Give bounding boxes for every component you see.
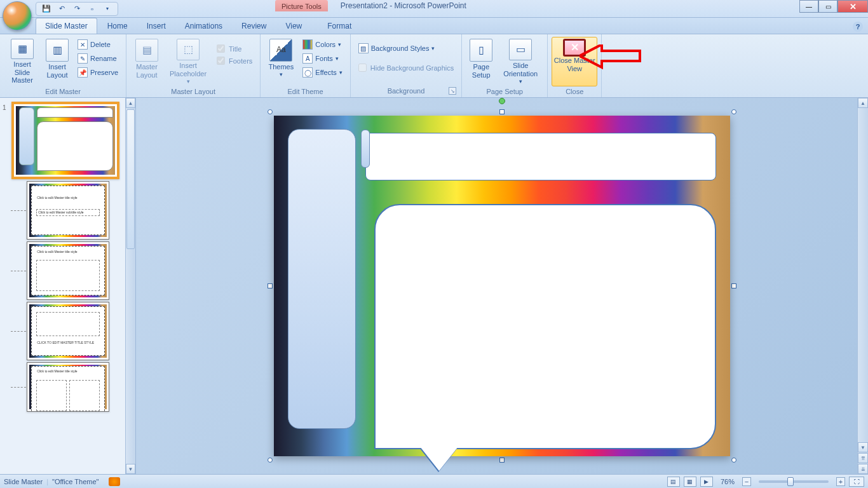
tab-animations[interactable]: Animations bbox=[176, 18, 231, 34]
qat-dropdown-icon[interactable]: ▾ bbox=[102, 4, 112, 14]
footers-checkbox[interactable]: Footers bbox=[214, 55, 255, 66]
canvas-scrollbar[interactable]: ▲ ▼ ⇈ ⇊ bbox=[857, 98, 868, 474]
insert-placeholder-button[interactable]: ⬚ Insert Placeholder bbox=[165, 37, 212, 86]
save-icon[interactable]: 💾 bbox=[41, 4, 51, 14]
preserve-button[interactable]: 📌Preserve bbox=[75, 66, 121, 79]
slide-orientation-button[interactable]: ▭ Slide Orientation bbox=[498, 37, 543, 86]
canvas-scroll-down-icon[interactable]: ▼ bbox=[858, 442, 868, 452]
insert-slide-master-button[interactable]: ▦ Insert Slide Master bbox=[4, 37, 41, 86]
resize-handle-sw[interactable] bbox=[268, 458, 273, 463]
tab-view[interactable]: View bbox=[276, 18, 311, 34]
layout-thumbnail-3[interactable]: CLICK TO EDIT MASTER TITLE STYLE bbox=[27, 302, 109, 360]
layout-thumbnail-4[interactable]: Click to edit Master title style bbox=[27, 362, 109, 412]
normal-view-button[interactable]: ▤ bbox=[667, 477, 680, 487]
tab-insert[interactable]: Insert bbox=[138, 18, 175, 34]
background-dialog-launcher[interactable]: ↘ bbox=[449, 87, 456, 95]
group-close: ✕ Close Master View Close bbox=[548, 34, 602, 97]
master-layout-button[interactable]: ▤ Master Layout bbox=[130, 37, 163, 86]
effects-button[interactable]: ◯Effects bbox=[300, 66, 344, 79]
close-master-view-label: Close Master View bbox=[553, 57, 596, 72]
rename-icon: ✎ bbox=[78, 53, 88, 64]
new-file-icon[interactable]: ▫ bbox=[87, 4, 97, 14]
slide-master-canvas bbox=[274, 116, 730, 456]
group-background-label: Background↘ bbox=[355, 86, 458, 96]
thumbnail-panel: 1 Click to edit Master title style Click… bbox=[0, 98, 136, 474]
help-icon[interactable]: ? bbox=[853, 22, 863, 32]
tab-format[interactable]: Format bbox=[318, 18, 360, 34]
status-language-icon[interactable] bbox=[109, 477, 120, 486]
prev-slide-icon[interactable]: ⇈ bbox=[858, 453, 868, 463]
insert-layout-button[interactable]: ▥ Insert Layout bbox=[42, 37, 72, 86]
redo-icon[interactable]: ↷ bbox=[72, 4, 82, 14]
group-background: ▨Background Styles Hide Background Graph… bbox=[351, 34, 462, 97]
slide-selection[interactable] bbox=[270, 112, 734, 460]
title-checkbox[interactable]: Title bbox=[214, 43, 255, 54]
canvas-scroll-up-icon[interactable]: ▲ bbox=[858, 98, 868, 108]
resize-handle-ne[interactable] bbox=[731, 109, 736, 114]
ribbon-tabs: Slide Master Home Insert Animations Revi… bbox=[0, 18, 868, 34]
next-slide-icon[interactable]: ⇊ bbox=[858, 464, 868, 474]
group-page-setup: ▯ Page Setup ▭ Slide Orientation Page Se… bbox=[462, 34, 548, 97]
resize-handle-e[interactable] bbox=[731, 283, 736, 288]
rotation-handle[interactable] bbox=[499, 98, 505, 104]
insert-slide-master-label: Insert Slide Master bbox=[5, 60, 39, 85]
tab-slide-master[interactable]: Slide Master bbox=[36, 18, 97, 34]
office-button[interactable] bbox=[3, 1, 32, 30]
scroll-up-icon[interactable]: ▲ bbox=[126, 98, 135, 108]
workspace: 1 Click to edit Master title style Click… bbox=[0, 98, 868, 474]
group-edit-master-label: Edit Master bbox=[4, 86, 122, 97]
slide-sidebar-shape[interactable] bbox=[288, 129, 356, 429]
page-setup-button[interactable]: ▯ Page Setup bbox=[466, 37, 496, 86]
title-center: Picture Tools Presentation2 - Microsoft … bbox=[275, 0, 466, 11]
close-window-button[interactable]: ✕ bbox=[837, 0, 868, 13]
undo-icon[interactable]: ↶ bbox=[57, 4, 67, 14]
slideshow-view-button[interactable]: ▶ bbox=[700, 477, 713, 487]
colors-button[interactable]: Colors bbox=[300, 38, 344, 51]
tab-home[interactable]: Home bbox=[98, 18, 137, 34]
fonts-icon: A bbox=[302, 53, 313, 64]
group-edit-theme: Aa Themes Colors AFonts ◯Effects Edit Th… bbox=[261, 34, 350, 97]
resize-handle-w[interactable] bbox=[268, 283, 273, 288]
effects-icon: ◯ bbox=[302, 67, 313, 78]
slide-master-icon: ▦ bbox=[11, 39, 34, 59]
sorter-view-button[interactable]: ▦ bbox=[684, 477, 696, 487]
thumbnail-scrollbar[interactable]: ▲ ▼ bbox=[125, 98, 135, 474]
delete-icon: ✕ bbox=[78, 39, 88, 50]
slide-master-thumbnail[interactable] bbox=[11, 102, 119, 179]
scrollbar-thumb[interactable] bbox=[126, 109, 135, 249]
slide-body-placeholder[interactable] bbox=[374, 204, 717, 449]
group-master-layout: ▤ Master Layout ⬚ Insert Placeholder Tit… bbox=[126, 34, 261, 97]
preserve-icon: 📌 bbox=[78, 67, 88, 78]
zoom-out-button[interactable]: − bbox=[742, 477, 751, 486]
background-styles-button[interactable]: ▨Background Styles bbox=[356, 42, 456, 55]
layout-thumbnail-1[interactable]: Click to edit Master title style Click t… bbox=[27, 181, 109, 240]
page-setup-label: Page Setup bbox=[467, 63, 495, 79]
master-thumb-row: 1 bbox=[3, 102, 123, 179]
zoom-slider-thumb[interactable] bbox=[787, 477, 794, 486]
zoom-percent[interactable]: 76% bbox=[721, 478, 735, 485]
insert-layout-label: Insert Layout bbox=[43, 63, 71, 79]
resize-handle-s[interactable] bbox=[499, 458, 505, 463]
fonts-button[interactable]: AFonts bbox=[300, 52, 344, 65]
zoom-slider[interactable] bbox=[759, 480, 829, 483]
maximize-button[interactable]: ▭ bbox=[818, 0, 837, 13]
close-master-view-button[interactable]: ✕ Close Master View bbox=[552, 37, 597, 86]
context-tab-label: Picture Tools bbox=[275, 0, 328, 11]
resize-handle-n[interactable] bbox=[499, 109, 505, 114]
resize-handle-nw[interactable] bbox=[268, 109, 273, 114]
rename-button[interactable]: ✎Rename bbox=[75, 52, 121, 65]
themes-button[interactable]: Aa Themes bbox=[264, 37, 297, 86]
layout-thumbnail-2[interactable]: Click to edit Master title style bbox=[27, 241, 109, 300]
delete-button[interactable]: ✕Delete bbox=[75, 38, 121, 51]
minimize-button[interactable]: — bbox=[799, 0, 818, 13]
master-layout-icon: ▤ bbox=[135, 39, 158, 62]
zoom-in-button[interactable]: + bbox=[836, 477, 845, 486]
tab-review[interactable]: Review bbox=[233, 18, 275, 34]
hide-bg-graphics-checkbox[interactable]: Hide Background Graphics bbox=[356, 62, 456, 73]
resize-handle-se[interactable] bbox=[731, 458, 736, 463]
scroll-down-icon[interactable]: ▼ bbox=[126, 464, 135, 474]
fit-window-button[interactable]: ⛶ bbox=[849, 477, 864, 487]
slide-title-placeholder[interactable] bbox=[365, 133, 717, 180]
colors-icon bbox=[302, 39, 313, 50]
slide-canvas-area[interactable]: ▲ ▼ ⇈ ⇊ bbox=[136, 98, 868, 474]
